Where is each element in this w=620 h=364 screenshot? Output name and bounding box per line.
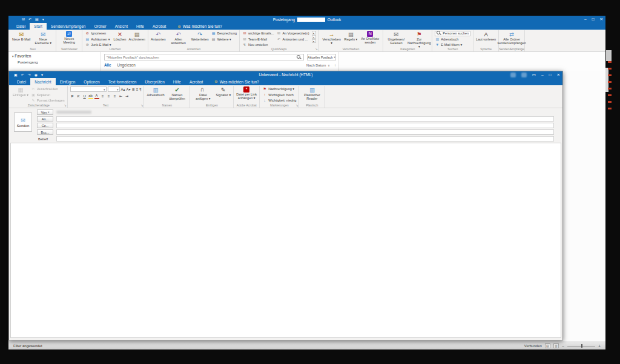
increase-indent-button[interactable]: ⇥ [125,94,130,99]
cc-button[interactable]: Cc... [37,123,53,128]
button-kopieren[interactable]: ▣Kopieren [31,93,65,98]
button-aufräumen[interactable]: ▤Aufräumen ▾ [85,37,111,42]
button-weitere[interactable]: ▤Weitere ▾ [211,37,237,42]
button-team-e-mail[interactable]: ✉Team-E-Mail [242,37,274,42]
caret-down-icon[interactable]: ▾ [312,35,316,39]
main-tab-start[interactable]: Start [30,23,47,30]
bcc-input[interactable] [56,129,554,135]
send-button[interactable]: ✉ Senden [14,112,32,132]
button-personen-suchen[interactable]: Personen suchen [435,31,470,36]
button-allen-antworten[interactable]: ↶Allen antworten [168,31,189,45]
filter-tab-unread[interactable]: Ungelesen [117,63,136,67]
button-wichtigkeit-niedrig[interactable]: ↓Wichtigkeit: niedrig [262,98,296,103]
compose-tab-datei[interactable]: Datei [13,78,30,85]
styles-icon[interactable]: ¶ [139,87,141,92]
main-tab-datei[interactable]: Datei [12,23,30,30]
button-zur-nachverfolgung[interactable]: ⚑Zur Nachverfolgung ▾ [409,31,429,48]
sort-direction-icon[interactable]: ↑ [334,63,336,67]
font-size-dropdown[interactable]: ▾ [108,86,120,92]
to-input[interactable] [56,116,554,122]
compose-tab-einfügen[interactable]: Einfügen [56,78,80,85]
main-tab-acrobat[interactable]: Acrobat [148,23,170,30]
decrease-indent-button[interactable]: ⇤ [119,94,124,99]
button-wichtigkeit-hoch[interactable]: !Wichtigkeit: hoch [262,93,296,98]
button-format-übertragen[interactable]: ✎Format übertragen [31,98,65,103]
zoom-in-button[interactable]: + [598,344,601,348]
button-ausschneiden[interactable]: ✂Ausschneiden [31,86,65,92]
button-ignorieren[interactable]: ⊘Ignorieren [85,31,111,36]
button-antworten-und[interactable]: ↶Antworten und ... [277,37,309,42]
cc-input[interactable] [56,123,554,128]
button-an-vorgesetzte-n[interactable]: ✉An Vorgesetzte(n) [277,31,309,36]
button-besprechung[interactable]: ▦Besprechung [211,31,237,36]
minimize-icon[interactable]: – [584,17,587,22]
align-right-button[interactable]: ≡ [113,94,117,99]
underline-button[interactable]: U [82,94,87,99]
filter-tab-all[interactable]: Alle [104,63,111,67]
button-neue-elemente[interactable]: ✉Neue Elemente ▾ [33,31,53,45]
numbering-icon[interactable]: ≡ [136,87,139,92]
button-datei-per-link-anhängen[interactable]: *Datei per Link anhängen ▾ [236,86,257,100]
compose-tab-hilfe[interactable]: Hilfe [169,78,185,85]
tell-me-box[interactable]: ⊙ Was möchten Sie tun? [214,78,259,85]
button-adressbuch[interactable]: ▥Adressbuch [435,37,470,42]
tell-me-box[interactable]: ⊙ Was möchten Sie tun? [177,23,222,30]
button-weiterleiten[interactable]: ↷Weiterleiten [191,31,209,41]
message-body-editor[interactable] [10,143,561,338]
button-regeln[interactable]: ▤Regeln ▾ [345,31,358,41]
button-ungelesen-gelesen[interactable]: ✉Ungelesen/ Gelesen [386,31,406,45]
dialog-launcher-icon[interactable]: ↘ [315,48,317,51]
dialog-launcher-icon[interactable]: ↘ [140,104,143,107]
dialog-launcher-icon[interactable]: ↘ [295,104,298,107]
compose-tab-nachricht[interactable]: Nachricht [30,78,55,85]
dialog-launcher-icon[interactable]: ↘ [64,104,66,107]
italic-button[interactable]: K [76,94,81,99]
main-tab-hilfe[interactable]: Hilfe [132,23,148,30]
search-scope-dropdown[interactable]: Aktuelles Postfach ▾ [307,54,336,60]
ribbon-options-icon[interactable]: ▭ [532,73,536,77]
subject-input[interactable] [56,136,554,141]
button-antworten[interactable]: ↶Antworten [151,31,166,41]
font-name-dropdown[interactable]: ▾ [70,86,107,92]
button-wichtige-emails[interactable]: ✉wichtige Emails... [242,31,274,36]
favorites-header[interactable]: ▾ Favoriten [12,54,100,58]
view-reading-button[interactable]: ▥ [553,343,559,348]
button-verschieben[interactable]: →Verschieben ▾ [322,31,342,45]
button-löschen[interactable]: ✕Löschen [114,31,127,41]
grow-font-icon[interactable]: A▴ [121,87,125,92]
search-input[interactable]: "Aktuelles Postfach" durchsuchen [104,54,304,60]
sort-dropdown[interactable]: Nach Datum ∨ ↑ [306,63,336,67]
button-alle-ordner-senden-empfangen[interactable]: ⇄Alle Ordner senden/empfangen [501,31,522,45]
main-tab-ansicht[interactable]: Ansicht [111,23,132,30]
main-tab-senden-empfangen[interactable]: Senden/Empfangen [47,23,90,30]
compose-tab-überprüfen[interactable]: Überprüfen [140,78,169,85]
button-namen-überprüfen[interactable]: ✔Namen überprüfen [167,86,187,100]
maximize-icon[interactable]: □ [592,17,595,22]
button-nachverfolgung[interactable]: ⚑Nachverfolgung ▾ [262,86,296,92]
button-neue-e-mail[interactable]: ✉Neue E-Mail [12,31,30,41]
minimize-icon[interactable]: – [541,73,544,77]
zoom-out-button[interactable]: − [562,344,564,348]
sidebar-item-inbox[interactable]: Posteingang [12,60,100,64]
caret-up-icon[interactable]: ▴ [312,31,316,34]
button-adressbuch[interactable]: ▥Adressbuch [147,86,164,97]
caret-down-icon[interactable]: ▾ [312,39,316,43]
align-center-button[interactable]: ≡ [107,94,111,99]
button-datei-anfügen[interactable]: ⊂Datei anfügen ▾ [193,86,213,100]
button-an-onenote-senden[interactable]: NAn OneNote senden [360,31,380,44]
maximize-icon[interactable]: □ [549,73,552,77]
close-icon[interactable]: ✕ [600,17,603,22]
bcc-button[interactable]: Bcc... [37,129,53,135]
compose-tab-text-formatieren[interactable]: Text formatieren [104,78,141,85]
button-einfügen[interactable]: ▦Einfügen ▾ [13,86,28,97]
button-signatur[interactable]: ✎Signatur ▾ [216,86,231,97]
compose-tab-optionen[interactable]: Optionen [79,78,104,85]
button-archivieren[interactable]: ▤Archivieren [128,31,145,41]
to-button[interactable]: An... [37,116,53,122]
from-button[interactable]: Von ▾ [37,109,53,115]
highlight-button[interactable]: ab [88,93,93,99]
close-icon[interactable]: ✕ [557,73,560,77]
button-laut-vorlesen[interactable]: ALaut vorlesen [476,31,496,41]
compose-tab-acrobat[interactable]: Acrobat [185,78,207,85]
shrink-font-icon[interactable]: A▾ [127,87,131,92]
